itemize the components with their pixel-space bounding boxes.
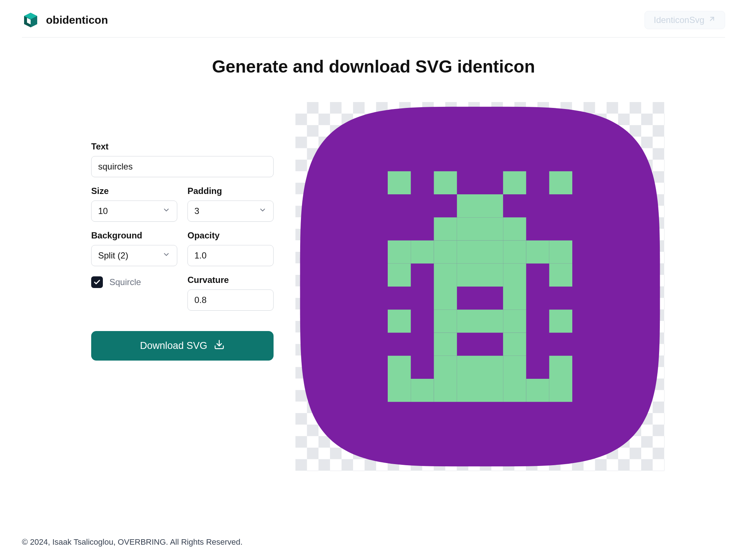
download-label: Download SVG [140, 340, 208, 351]
svg-rect-33 [457, 310, 480, 332]
text-label: Text [91, 141, 274, 152]
chevron-down-icon [162, 250, 170, 261]
svg-rect-12 [457, 217, 480, 240]
brand: obidenticon [22, 11, 108, 29]
curvature-field: Curvature [187, 275, 274, 311]
svg-rect-11 [434, 217, 457, 240]
svg-rect-19 [480, 241, 503, 264]
svg-rect-27 [503, 264, 526, 287]
text-input[interactable] [91, 156, 274, 177]
svg-rect-32 [434, 310, 457, 332]
opacity-label: Opacity [187, 230, 274, 241]
svg-rect-8 [549, 171, 572, 194]
svg-rect-38 [503, 333, 526, 356]
download-icon [214, 339, 225, 353]
svg-rect-35 [503, 310, 526, 332]
svg-rect-34 [480, 310, 503, 332]
svg-rect-25 [457, 264, 480, 287]
chevron-down-icon [259, 206, 267, 216]
svg-rect-44 [549, 356, 572, 379]
preview-panel [295, 102, 665, 471]
svg-rect-46 [411, 379, 434, 402]
svg-rect-39 [388, 356, 411, 379]
curvature-input[interactable] [187, 289, 274, 311]
squircle-checkbox[interactable] [91, 276, 103, 288]
opacity-field: Opacity [187, 230, 274, 266]
background-label: Background [91, 230, 177, 241]
padding-select[interactable]: 3 [187, 201, 274, 222]
svg-rect-9 [457, 194, 480, 217]
svg-rect-26 [480, 264, 503, 287]
padding-value: 3 [194, 206, 199, 216]
curvature-label: Curvature [187, 275, 274, 285]
text-field: Text [91, 141, 274, 177]
svg-rect-6 [434, 171, 457, 194]
size-field: Size 10 [91, 186, 177, 222]
padding-field: Padding 3 [187, 186, 274, 222]
svg-rect-51 [526, 379, 549, 402]
svg-rect-15 [388, 241, 411, 264]
footer-text: © 2024, Isaak Tsalicoglou, OVERBRING. Al… [22, 537, 243, 547]
svg-rect-40 [434, 356, 457, 379]
external-link-icon [708, 15, 716, 25]
svg-rect-17 [434, 241, 457, 264]
identicon-preview [295, 102, 665, 471]
svg-rect-13 [480, 217, 503, 240]
svg-rect-29 [434, 287, 457, 310]
padding-label: Padding [187, 186, 274, 196]
svg-rect-48 [457, 379, 480, 402]
squircle-field: Squircle [91, 275, 177, 311]
svg-rect-14 [503, 217, 526, 240]
squircle-label: Squircle [109, 277, 141, 287]
background-field: Background Split (2) [91, 230, 177, 266]
svg-rect-20 [503, 241, 526, 264]
svg-rect-18 [457, 241, 480, 264]
svg-rect-45 [388, 379, 411, 402]
svg-rect-50 [503, 379, 526, 402]
download-svg-button[interactable]: Download SVG [91, 331, 274, 361]
svg-rect-41 [457, 356, 480, 379]
opacity-input[interactable] [187, 245, 274, 266]
svg-rect-7 [503, 171, 526, 194]
svg-rect-30 [503, 287, 526, 310]
svg-rect-5 [388, 171, 411, 194]
chevron-down-icon [162, 206, 170, 216]
brand-name: obidenticon [46, 14, 108, 26]
background-select[interactable]: Split (2) [91, 245, 177, 266]
svg-rect-36 [549, 310, 572, 332]
svg-rect-28 [549, 264, 572, 287]
logo-icon [22, 11, 39, 29]
svg-rect-43 [503, 356, 526, 379]
svg-rect-42 [480, 356, 503, 379]
pill-label: IdenticonSvg [654, 15, 704, 25]
svg-rect-16 [411, 241, 434, 264]
svg-rect-23 [388, 264, 411, 287]
identicon-svg [295, 102, 665, 471]
svg-rect-49 [480, 379, 503, 402]
svg-rect-47 [434, 379, 457, 402]
size-select[interactable]: 10 [91, 201, 177, 222]
header: obidenticon IdenticonSvg [22, 0, 725, 38]
page-title: Generate and download SVG identicon [22, 57, 725, 77]
size-value: 10 [98, 206, 108, 216]
form-panel: Text Size 10 Padding 3 [91, 102, 274, 471]
svg-rect-52 [549, 379, 572, 402]
background-value: Split (2) [98, 250, 128, 261]
size-label: Size [91, 186, 177, 196]
svg-rect-10 [480, 194, 503, 217]
svg-rect-21 [526, 241, 549, 264]
svg-rect-37 [434, 333, 457, 356]
svg-rect-24 [434, 264, 457, 287]
identicon-svg-link[interactable]: IdenticonSvg [645, 11, 725, 29]
svg-rect-22 [549, 241, 572, 264]
svg-rect-31 [388, 310, 411, 332]
